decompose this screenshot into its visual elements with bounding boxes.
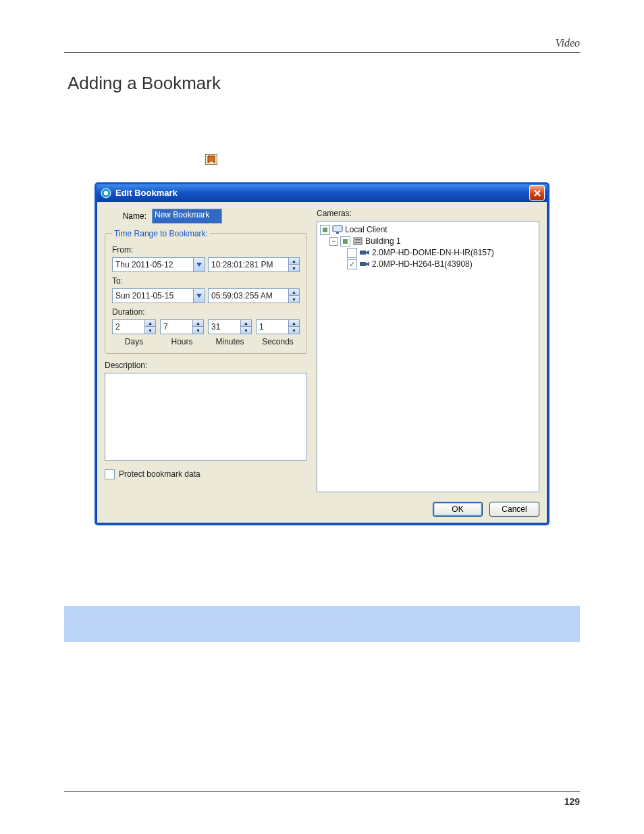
step-2-text-a: 2. Select a search result then click — [64, 155, 203, 165]
minutes-unit-label: Minutes — [208, 337, 252, 346]
from-time-spinner[interactable]: 10:28:01:281 PM ▲▼ — [208, 257, 300, 272]
time-range-group: Time Range to Bookmark: From: Thu 2011-0… — [105, 229, 307, 354]
dialog-title: Edit Bookmark — [115, 188, 529, 198]
to-label: To: — [112, 276, 300, 286]
duration-days-spinner[interactable]: 2 ▲▼ — [112, 319, 156, 334]
cameras-tree[interactable]: Local Client − Building 1 — [317, 221, 539, 492]
from-label: From: — [112, 245, 300, 255]
header-rule — [64, 52, 580, 53]
time-range-legend: Time Range to Bookmark: — [112, 229, 210, 238]
section-title: Adding a Bookmark — [68, 73, 580, 94]
svg-rect-5 — [354, 238, 362, 244]
tree-root-checkbox[interactable] — [320, 225, 330, 235]
tree-root-row[interactable]: Local Client — [320, 224, 536, 236]
seconds-unit-label: Seconds — [256, 337, 300, 346]
dialog-titlebar[interactable]: Edit Bookmark — [97, 184, 547, 202]
footer-rule — [64, 791, 580, 792]
spin-up-icon[interactable]: ▲ — [289, 289, 299, 296]
tree-site-label: Building 1 — [365, 236, 401, 246]
tree-site-row[interactable]: − Building 1 — [320, 236, 536, 247]
svg-rect-4 — [336, 232, 339, 234]
page-header-section: Video — [64, 37, 580, 49]
app-icon — [101, 188, 111, 199]
svg-rect-7 — [355, 242, 360, 243]
tree-root-label: Local Client — [345, 225, 387, 234]
duration-hours-spinner[interactable]: 7 ▲▼ — [160, 319, 204, 334]
spin-down-icon[interactable]: ▼ — [193, 326, 203, 334]
to-date-value: Sun 2011-05-15 — [113, 291, 193, 301]
spin-up-icon[interactable]: ▲ — [145, 320, 155, 327]
duration-unit-labels: Days Hours Minutes Seconds — [112, 337, 300, 346]
description-textarea[interactable] — [105, 373, 307, 461]
duration-minutes-spinner[interactable]: 31 ▲▼ — [208, 319, 252, 334]
figure-caption: Figure A. Add Bookmark dialog box — [64, 535, 580, 545]
svg-point-2 — [104, 191, 108, 195]
protect-label: Protect bookmark data — [119, 469, 200, 479]
cancel-button[interactable]: Cancel — [489, 502, 539, 517]
intro-text-2: 1. Perform a search. 2. Select a search … — [64, 138, 580, 167]
tree-camera-row[interactable]: 2.0MP-HD-H264-B1(43908) — [320, 259, 536, 270]
edit-bookmark-dialog: Edit Bookmark Name: New Bookmark Time Ra… — [95, 182, 549, 525]
from-date-value: Thu 2011-05-12 — [113, 260, 193, 269]
tree-camera-label: 2.0MP-HD-DOME-DN-H-IR(8157) — [372, 248, 494, 257]
tree-camera-row[interactable]: 2.0MP-HD-DOME-DN-H-IR(8157) — [320, 247, 536, 259]
spin-down-icon[interactable]: ▼ — [289, 264, 299, 271]
monitor-icon — [332, 225, 343, 234]
spin-down-icon[interactable]: ▼ — [145, 326, 155, 334]
cameras-label: Cameras: — [317, 209, 539, 218]
name-label: Name: — [105, 211, 146, 221]
duration-seconds-spinner[interactable]: 1 ▲▼ — [256, 319, 300, 334]
steps-list: Enter a name for the bookmark. In the Ca… — [64, 563, 580, 597]
camera-icon — [359, 259, 370, 269]
spin-up-icon[interactable]: ▲ — [193, 320, 203, 327]
days-unit-label: Days — [112, 337, 156, 346]
duration-seconds-value: 1 — [257, 320, 288, 334]
description-label: Description: — [105, 361, 307, 370]
svg-rect-3 — [333, 226, 342, 232]
step-1-text: 1. Perform a search. — [64, 140, 146, 151]
camera-icon — [359, 248, 370, 257]
note-box: Note: You can only bookmark multiple cam… — [64, 606, 580, 642]
protect-checkbox[interactable] — [105, 469, 115, 479]
duration-minutes-value: 31 — [209, 320, 240, 334]
spin-down-icon[interactable]: ▼ — [289, 295, 299, 303]
to-date-picker[interactable]: Sun 2011-05-15 — [112, 288, 205, 303]
duration-days-value: 2 — [113, 320, 144, 334]
bookmark-toolbar-icon — [205, 154, 217, 165]
step-4: In the Cameras pane, select all the came… — [82, 583, 580, 596]
spin-down-icon[interactable]: ▼ — [289, 326, 299, 334]
spin-up-icon[interactable]: ▲ — [289, 258, 299, 265]
tree-camera-checkbox[interactable] — [347, 259, 357, 269]
close-button[interactable] — [529, 185, 545, 201]
server-icon — [352, 236, 363, 246]
duration-label: Duration: — [112, 307, 300, 317]
spin-down-icon[interactable]: ▼ — [241, 326, 251, 334]
spin-up-icon[interactable]: ▲ — [289, 320, 299, 327]
tree-camera-checkbox[interactable] — [347, 248, 357, 258]
page-number: 129 — [64, 796, 580, 807]
from-time-value: 10:28:01:281 PM — [209, 258, 288, 271]
tree-camera-label: 2.0MP-HD-H264-B1(43908) — [372, 259, 473, 269]
svg-rect-6 — [355, 239, 360, 240]
step-2-text-b: . The Edit Bookmark dialog box appears. — [219, 155, 384, 165]
from-date-picker[interactable]: Thu 2011-05-12 — [112, 257, 205, 272]
tree-expander[interactable]: − — [329, 237, 338, 246]
chevron-down-icon[interactable] — [193, 289, 205, 303]
hours-unit-label: Hours — [160, 337, 204, 346]
spin-up-icon[interactable]: ▲ — [241, 320, 251, 327]
tree-site-checkbox[interactable] — [340, 236, 350, 246]
duration-hours-value: 7 — [161, 320, 192, 334]
to-time-value: 05:59:03:255 AM — [209, 289, 288, 303]
step-3: Enter a name for the bookmark. — [82, 563, 580, 576]
ok-button[interactable]: OK — [433, 502, 483, 517]
intro-text-1: You can add bookmarks to recorded video … — [64, 111, 580, 126]
name-input[interactable]: New Bookmark — [152, 209, 222, 224]
to-time-spinner[interactable]: 05:59:03:255 AM ▲▼ — [208, 288, 300, 303]
chevron-down-icon[interactable] — [193, 258, 205, 271]
